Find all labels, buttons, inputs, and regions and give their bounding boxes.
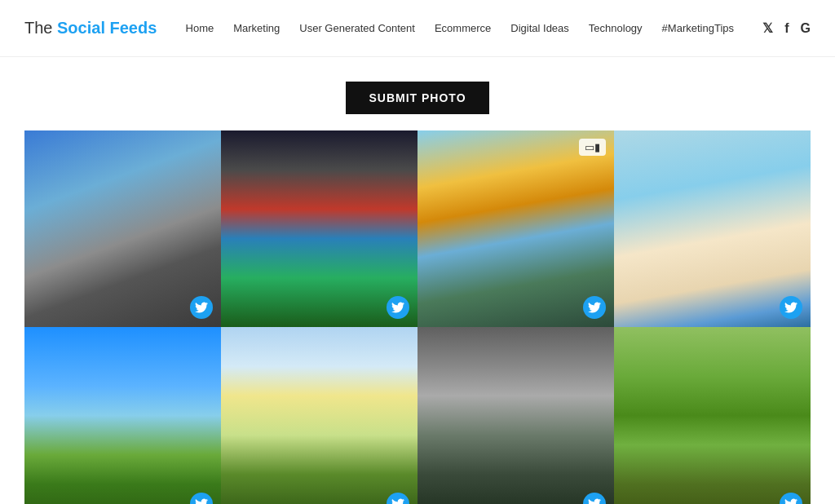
nav-link-ugc[interactable]: User Generated Content <box>299 22 415 34</box>
photo-image-5 <box>24 327 221 504</box>
photo-grid: ▭▮ <box>0 130 835 504</box>
site-header: The Social Feeds HomeMarketingUser Gener… <box>0 0 835 57</box>
submit-area: SUBMIT PHOTO <box>0 57 835 130</box>
photo-image-3 <box>418 130 614 327</box>
photo-cell-1[interactable] <box>24 130 221 327</box>
twitter-badge-1 <box>190 296 213 319</box>
site-logo[interactable]: The Social Feeds <box>24 19 157 38</box>
main-nav: HomeMarketingUser Generated ContentEcomm… <box>186 22 734 34</box>
photo-cell-6[interactable] <box>221 327 418 504</box>
nav-link-marketing-tips[interactable]: #MarketingTips <box>662 22 734 34</box>
photo-image-2 <box>221 130 418 327</box>
photo-cell-7[interactable] <box>418 327 614 504</box>
google-icon[interactable]: G <box>801 21 811 36</box>
photo-image-1 <box>24 130 221 327</box>
logo-bold: Social Feeds <box>57 19 157 37</box>
nav-link-marketing[interactable]: Marketing <box>233 22 280 34</box>
social-icons-group: 𝕏fG <box>762 20 811 36</box>
twitter-badge-3 <box>583 296 606 319</box>
photo-image-6 <box>221 327 418 504</box>
twitter-badge-2 <box>387 296 409 319</box>
video-badge-3: ▭▮ <box>579 139 606 156</box>
photo-cell-3[interactable]: ▭▮ <box>418 130 614 327</box>
photo-cell-4[interactable] <box>614 130 811 327</box>
twitter-icon[interactable]: 𝕏 <box>762 20 773 36</box>
logo-plain: The <box>24 19 57 37</box>
twitter-badge-4 <box>780 296 802 319</box>
nav-link-digital-ideas[interactable]: Digital Ideas <box>510 22 569 34</box>
nav-link-technology[interactable]: Technology <box>589 22 643 34</box>
photo-cell-5[interactable] <box>24 327 221 504</box>
photo-image-8 <box>614 327 811 504</box>
photo-cell-2[interactable] <box>221 130 418 327</box>
facebook-icon[interactable]: f <box>784 21 789 36</box>
photo-cell-8[interactable] <box>614 327 811 504</box>
photo-image-4 <box>614 130 811 327</box>
nav-link-ecommerce[interactable]: Ecommerce <box>435 22 491 34</box>
photo-image-7 <box>418 327 614 504</box>
nav-link-home[interactable]: Home <box>186 22 214 34</box>
submit-photo-button[interactable]: SUBMIT PHOTO <box>346 82 488 114</box>
